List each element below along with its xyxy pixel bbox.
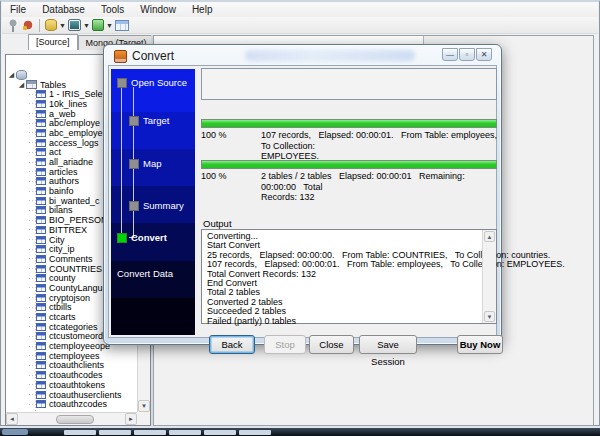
tab-source[interactable]: [Source] (28, 34, 78, 50)
close-button[interactable]: ✕ (476, 48, 492, 61)
menu-help[interactable]: Help (184, 2, 221, 17)
step-label: Open Source (131, 77, 187, 88)
taskbar-button[interactable] (204, 430, 236, 435)
tree-branch-line (29, 239, 36, 240)
tree-horizontal-scrollbar[interactable]: ◄ ► (6, 412, 137, 425)
tree-node-label: Tables (40, 80, 66, 90)
tree-branch-line (29, 346, 36, 347)
step-open-source[interactable]: Open Source (117, 77, 187, 88)
output-scrollbar[interactable]: ▲ ▼ (482, 230, 496, 323)
tree-branch-line (29, 336, 36, 337)
monitor-button[interactable]: ▼ (68, 17, 90, 33)
chevron-down-icon[interactable]: ▼ (106, 22, 113, 29)
scroll-right-icon[interactable]: ► (125, 413, 137, 425)
connect-button[interactable] (7, 17, 19, 33)
table-icon (36, 187, 46, 195)
taskbar-button[interactable] (239, 430, 271, 435)
tree-item-label: authors (49, 176, 79, 186)
tree-branch-line (29, 287, 36, 288)
tree-item[interactable]: ctoauthcodes (7, 370, 136, 380)
maximize-button[interactable]: ▫ (459, 48, 475, 61)
table-icon (36, 400, 46, 408)
toolbar: ▼ ▼ ▼ (2, 17, 598, 34)
tree-branch-line (29, 220, 36, 221)
current-progress-panel (201, 68, 497, 100)
menu-tools[interactable]: Tools (93, 2, 132, 17)
close-button[interactable]: Close (309, 335, 354, 354)
progress-text: 107 records, Elapsed: 00:00:01. From Tab… (261, 130, 497, 162)
tree-item-label: ctemployees (49, 351, 100, 361)
progress-text: 2 tables / 2 tables Elapsed: 00:00:01 Re… (261, 171, 497, 203)
tree-item[interactable]: ctoauthuserclients (7, 390, 136, 400)
scroll-down-icon[interactable]: ▼ (484, 311, 495, 322)
tree-item-label: act (49, 147, 61, 157)
refresh-db-button[interactable] (21, 17, 34, 33)
wizard-steps-panel: Convert Data Open SourceTargetMapSummary… (111, 69, 195, 335)
tree-branch-line (29, 162, 36, 163)
step-connector-line (121, 87, 122, 234)
steps-panel-footer: Convert Data (117, 268, 173, 279)
total-progress-bar (201, 160, 497, 169)
tree-branch-line (29, 375, 36, 376)
menu-file[interactable]: File (2, 2, 34, 17)
table-icon (36, 391, 46, 399)
tree-branch-line (29, 200, 36, 201)
tree-item-label: ctoauthuserclients (49, 390, 122, 400)
chevron-down-icon[interactable]: ▼ (59, 22, 66, 29)
tree-item[interactable]: ctoauthzcodes (7, 399, 136, 409)
table-icon (36, 361, 46, 369)
minimize-button[interactable]: — (442, 48, 458, 61)
progress-percent: 100 % (201, 130, 261, 162)
table-icon (36, 323, 46, 331)
back-button[interactable]: Back (209, 335, 255, 354)
save-session-button[interactable]: Save Session (359, 335, 417, 354)
tree-item-label: bainfo (49, 186, 74, 196)
menubar: FileDatabaseToolsWindowHelp (2, 2, 598, 17)
step-summary[interactable]: Summary (129, 200, 184, 211)
tree-item-label: articles (49, 167, 78, 177)
dialog-titlebar[interactable]: Convert — ▫ ✕ (105, 46, 500, 65)
tree-branch-line (29, 365, 36, 366)
step-target[interactable]: Target (129, 115, 169, 126)
convert-button[interactable]: ▼ (92, 17, 113, 33)
scroll-up-icon[interactable]: ▲ (484, 231, 495, 242)
step-map[interactable]: Map (129, 158, 161, 169)
chevron-down-icon[interactable]: ▼ (83, 22, 90, 29)
tree-item[interactable]: ctoauthtokens (7, 380, 136, 390)
menu-database[interactable]: Database (34, 2, 93, 17)
buy-now-button[interactable]: Buy Now (457, 335, 503, 354)
tree-branch-line (29, 210, 36, 211)
table-icon (36, 148, 46, 156)
tree-branch-line (29, 249, 36, 250)
tree-item-label: city_ip (49, 244, 75, 254)
taskbar-button[interactable] (169, 430, 201, 435)
step-label: Convert (131, 232, 167, 243)
expand-icon[interactable]: ◢ (17, 81, 26, 89)
step-square-icon (129, 201, 139, 211)
tree-item-label: abc/employe (49, 118, 100, 128)
scroll-down-icon[interactable]: ▼ (138, 400, 150, 412)
dialog-client-area: Convert Data Open SourceTargetMapSummary… (108, 65, 497, 338)
expand-icon[interactable]: ◢ (7, 71, 16, 79)
table-icon (36, 313, 46, 321)
table-icon (36, 371, 46, 379)
tables-folder-icon (26, 80, 37, 89)
scrollbar-thumb[interactable] (56, 415, 94, 424)
database-icon (16, 70, 27, 80)
taskbar-button[interactable] (99, 430, 131, 435)
grid-view-button[interactable] (115, 17, 129, 33)
tree-item-label: BIO_PERSON (49, 215, 108, 225)
table-icon (36, 197, 46, 205)
taskbar-button[interactable] (134, 430, 166, 435)
step-convert[interactable]: Convert (117, 232, 167, 243)
menu-window[interactable]: Window (132, 2, 184, 17)
taskbar-button[interactable] (64, 430, 96, 435)
table-icon (36, 294, 46, 302)
start-button[interactable] (2, 429, 28, 435)
tree-item-label: county (49, 273, 76, 283)
tree-item[interactable]: ctoauthclients (7, 361, 136, 371)
scroll-left-icon[interactable]: ◄ (6, 413, 18, 425)
tree-branch-line (29, 355, 36, 356)
edit-database-button[interactable]: ▼ (45, 17, 66, 33)
table-icon (36, 274, 46, 282)
